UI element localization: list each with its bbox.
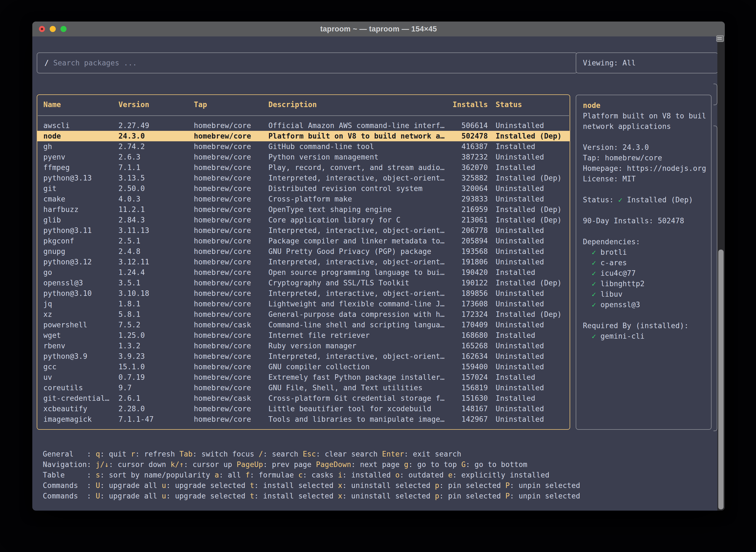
table-row[interactable]: python@3.113.11.13homebrew/coreInterpret… [37,225,570,236]
cell-installs: 205894 [451,236,488,246]
cell-description: GitHub command-line tool [268,141,451,152]
shortcut-key: g [404,460,408,469]
table-row[interactable]: python@3.133.13.5homebrew/coreInterprete… [37,173,570,183]
cell-installs: 216959 [451,204,488,215]
table-row[interactable]: awscli2.27.49homebrew/coreOfficial Amazo… [37,120,570,131]
cell-name: python@3.9 [43,351,118,362]
text-segment: : pin selected [439,492,505,500]
package-table: Name Version Tap Description Installs St… [37,94,570,430]
table-row[interactable]: harfbuzz11.2.1homebrew/coreOpenType text… [37,204,570,215]
text-segment: Commands : [43,492,96,500]
cell-name: imagemagick [43,414,118,424]
shortcut-key: i [338,471,342,479]
table-row[interactable]: xcbeautify2.28.0homebrew/coreLittle beau… [37,404,570,414]
table-row[interactable]: glib2.84.3homebrew/coreCore application … [37,215,570,225]
cell-name: python@3.11 [43,225,118,236]
cell-version: 1.3.2 [118,340,194,351]
text-segment [583,269,592,277]
table-row[interactable]: openssl@33.5.1homebrew/coreCryptography … [37,278,570,288]
cell-installs: 173608 [451,299,488,309]
maximize-button[interactable] [60,26,67,32]
cell-tap: homebrew/core [194,152,268,162]
traffic-lights [39,26,67,32]
text-segment: icu4c@77 [596,269,636,277]
text-segment [583,332,592,340]
cell-name: ffmpeg [43,162,118,173]
minimize-button[interactable] [50,26,56,32]
cell-status: Uninstalled [488,225,570,236]
text-segment [583,290,592,298]
table-row[interactable]: imagemagick7.1.1-47homebrew/coreTools an… [37,414,570,424]
table-row[interactable]: go1.24.4homebrew/coreOpen source program… [37,267,570,278]
scrollbar-menu-icon[interactable] [716,35,724,42]
details-line: ✓ brotli [583,247,709,258]
cell-name: coreutils [43,383,118,393]
cell-description: GNU compiler collection [268,362,451,372]
table-row[interactable]: pyenv2.6.3homebrew/corePython version ma… [37,152,570,162]
text-segment [583,280,592,288]
table-row[interactable]: python@3.93.9.23homebrew/coreInterpreted… [37,351,570,362]
viewing-filter-label: Viewing: All [583,58,636,68]
cell-status: Installed (Dep) [488,278,570,288]
cell-description: Ruby version manager [268,340,451,351]
shortcut-key: q [96,450,100,458]
table-row[interactable]: powershell7.5.2homebrew/caskCommand-line… [37,320,570,330]
text-segment: : upgrade selected [166,481,250,490]
table-row[interactable]: cmake4.0.3homebrew/coreCross-platform ma… [37,194,570,204]
shortcut-key: t [250,481,254,490]
text-segment: Dependencies: [583,238,640,246]
table-row[interactable]: xz5.8.1homebrew/coreGeneral-purpose data… [37,309,570,320]
shortcut-key: e [448,471,453,479]
details-line: Homepage: https://nodejs.org [583,163,709,174]
cell-description: Cross-platform make [268,194,451,204]
text-segment: : upgrade all [100,492,161,500]
table-row[interactable]: jq1.8.1homebrew/coreLightweight and flex… [37,299,570,309]
search-input[interactable]: / Search packages ... [37,52,577,74]
shortcut-key: s [96,471,100,479]
cell-version: 9.7 [118,383,194,393]
cell-version: 3.13.5 [118,173,194,183]
table-row[interactable]: rbenv1.3.2homebrew/coreRuby version mana… [37,340,570,351]
table-row[interactable]: gnupg2.4.8homebrew/coreGNU Pretty Good P… [37,246,570,257]
table-row[interactable]: uv0.7.19homebrew/coreExtremely fast Pyth… [37,372,570,383]
cell-tap: homebrew/core [194,215,268,225]
text-segment: : quit [100,450,131,458]
cell-description: General-purpose data compression with h… [268,309,451,320]
viewing-filter[interactable]: Viewing: All [576,52,718,74]
text-segment: : installed [342,471,395,479]
shortcut-key: PageUp [237,460,263,469]
text-segment: : prev page [263,460,316,469]
cell-tap: homebrew/core [194,299,268,309]
details-line: ✓ icu4c@77 [583,268,709,278]
titlebar[interactable]: taproom ~ — taproom — 154×45 [32,21,725,36]
cell-status: Uninstalled [488,351,570,362]
table-row[interactable]: python@3.103.10.18homebrew/coreInterpret… [37,288,570,299]
cell-description: Lightweight and flexible command-line J… [268,299,451,309]
details-line: ✓ libnghttp2 [583,278,709,289]
cell-description: Interpreted, interactive, object-orient… [268,351,451,362]
shortcut-key: P [505,492,510,500]
table-row[interactable]: ffmpeg7.1.1homebrew/corePlay, record, co… [37,162,570,173]
details-line: Status: ✓ Installed (Dep) [583,194,709,205]
cell-installs: 165268 [451,340,488,351]
text-segment: ✓ [592,280,596,288]
table-row[interactable]: pkgconf2.5.1homebrew/corePackage compile… [37,236,570,246]
shortcut-key: Esc [302,450,316,458]
cell-tap: homebrew/core [194,351,268,362]
table-row[interactable]: git-credential…2.6.1homebrew/caskCross-p… [37,393,570,404]
shortcut-key: p [435,481,439,490]
shortcut-key: k/↑ [171,460,184,469]
close-button[interactable] [39,26,45,32]
help-line: Table : s: sort by name/popularity a: al… [43,470,580,480]
table-row[interactable]: node24.3.0homebrew/corePlatform built on… [37,131,570,141]
scrollbar-thumb[interactable] [718,250,724,510]
table-row[interactable]: coreutils9.7homebrew/coreGNU File, Shell… [37,383,570,393]
table-row[interactable]: gh2.74.2homebrew/coreGitHub command-line… [37,141,570,152]
cell-installs: 206778 [451,225,488,236]
table-row[interactable]: wget1.25.0homebrew/coreInternet file ret… [37,330,570,340]
text-segment: c-ares [596,259,627,267]
table-row[interactable]: gcc15.1.0homebrew/coreGNU compiler colle… [37,362,570,372]
cell-version: 3.9.23 [118,351,194,362]
table-row[interactable]: python@3.123.12.11homebrew/coreInterpret… [37,257,570,267]
table-row[interactable]: git2.50.0homebrew/coreDistributed revisi… [37,183,570,194]
